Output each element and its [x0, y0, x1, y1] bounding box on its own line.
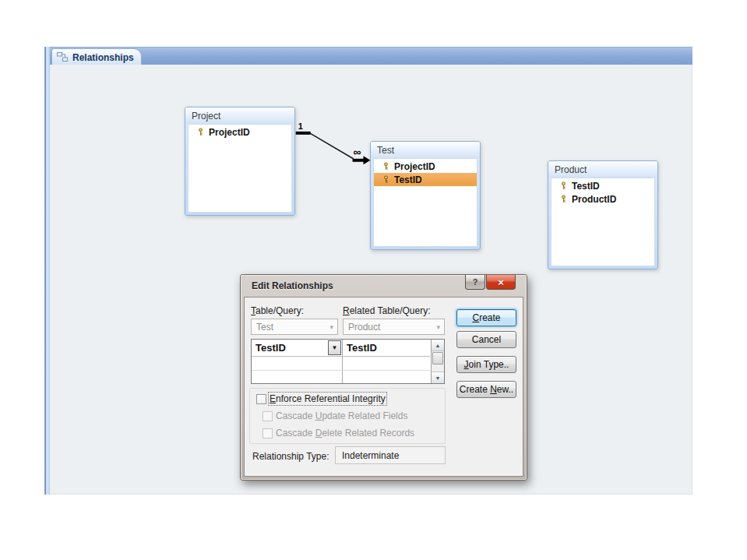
- create-new-button[interactable]: Create New..: [456, 381, 516, 398]
- enforce-referential-integrity-row: Enforce Referential Integrity: [256, 393, 386, 404]
- close-icon: ×: [498, 276, 504, 288]
- help-icon: ?: [473, 277, 478, 287]
- field-pair-grid: TestID ▼ TestID ▲: [251, 339, 445, 384]
- field-name: ProjectID: [394, 161, 435, 172]
- related-table-query-value: Product: [348, 322, 380, 333]
- table-query-value: Test: [256, 322, 273, 333]
- cascade-delete-checkbox: [263, 428, 273, 438]
- table-title: Project: [192, 111, 220, 122]
- field-row-productid[interactable]: ProductID: [551, 192, 654, 206]
- referential-integrity-group: Enforce Referential Integrity Cascade Up…: [249, 388, 446, 444]
- close-button[interactable]: ×: [486, 275, 516, 290]
- primary-key-icon: [559, 195, 568, 203]
- table-test-header[interactable]: Test: [371, 142, 480, 158]
- chevron-down-icon: ▾: [436, 323, 440, 331]
- dialog-title-bar[interactable]: Edit Relationships ? ×: [241, 275, 527, 297]
- document-tab-bar: Relationships: [50, 47, 692, 65]
- grid-cell-left-field[interactable]: TestID ▼: [252, 340, 342, 356]
- grid-row-3[interactable]: [252, 372, 430, 385]
- primary-key-icon: [382, 162, 390, 171]
- field-name: ProductID: [572, 194, 616, 205]
- scroll-up-icon: ▲: [435, 343, 441, 348]
- related-table-query-label: Related Table/Query:: [343, 305, 431, 316]
- chevron-down-icon: ▾: [329, 323, 333, 331]
- page: Relationships 1 ∞ Project: [0, 0, 747, 560]
- one-side-label: 1: [298, 122, 303, 131]
- enforce-referential-integrity-label[interactable]: Enforce Referential Integrity: [270, 393, 386, 404]
- scroll-down-button[interactable]: ▼: [432, 372, 444, 383]
- field-row-testid[interactable]: TestID: [551, 179, 654, 192]
- dropdown-arrow-icon: ▼: [332, 344, 338, 351]
- edit-relationships-dialog: Edit Relationships ? × Table/Query: Rela…: [240, 274, 527, 481]
- cascade-update-checkbox: [263, 411, 273, 421]
- scroll-up-button[interactable]: ▲: [432, 340, 444, 351]
- left-field-value: TestID: [255, 342, 286, 354]
- tab-label: Relationships: [72, 52, 134, 63]
- scrollbar-thumb[interactable]: [432, 352, 443, 365]
- table-test-fields: ProjectID TestID: [373, 158, 477, 247]
- table-product-header[interactable]: Product: [548, 161, 657, 178]
- create-button[interactable]: Create: [456, 309, 516, 326]
- many-side-label: ∞: [354, 146, 361, 158]
- grid-row-1: TestID ▼ TestID: [252, 340, 430, 357]
- table-project-fields: ProjectID: [188, 124, 292, 213]
- grid-row-2[interactable]: [252, 357, 430, 371]
- table-project-header[interactable]: Project: [185, 107, 294, 124]
- grid-scrollbar[interactable]: ▲ ▼: [431, 340, 444, 383]
- table-title: Product: [555, 164, 587, 175]
- dialog-body: Table/Query: Related Table/Query: Test ▾…: [244, 297, 523, 477]
- table-product[interactable]: Product TestID: [548, 160, 658, 269]
- relationships-diagram-icon: [57, 51, 68, 65]
- dialog-title: Edit Relationships: [252, 280, 333, 291]
- field-row-testid-selected[interactable]: TestID: [374, 173, 477, 186]
- primary-key-icon: [382, 175, 390, 184]
- enforce-referential-integrity-checkbox[interactable]: [256, 394, 266, 404]
- field-name: ProjectID: [209, 127, 250, 138]
- right-field-value: TestID: [347, 342, 377, 354]
- cascade-update-label: Cascade Update Related Fields: [276, 410, 407, 421]
- relationship-type-value: Indeterminate: [335, 446, 446, 464]
- field-name: TestID: [394, 174, 422, 185]
- cancel-button[interactable]: Cancel: [456, 331, 516, 348]
- relationship-type-label: Relationship Type:: [252, 451, 329, 462]
- field-row-projectid[interactable]: ProjectID: [374, 160, 477, 173]
- field-dropdown-button[interactable]: ▼: [328, 340, 341, 355]
- field-row-projectid[interactable]: ProjectID: [189, 125, 291, 139]
- join-type-button[interactable]: Join Type..: [456, 356, 516, 373]
- navigation-pane-edge[interactable]: [44, 47, 50, 495]
- table-product-fields: TestID ProductID: [551, 178, 655, 266]
- cascade-delete-row: Cascade Delete Related Records: [263, 428, 414, 438]
- primary-key-icon: [559, 181, 568, 190]
- scroll-down-icon: ▼: [435, 375, 441, 381]
- grid-cell-right-field[interactable]: TestID: [343, 340, 430, 356]
- table-project[interactable]: Project ProjectID: [185, 107, 295, 216]
- help-button[interactable]: ?: [465, 275, 485, 290]
- table-title: Test: [377, 145, 394, 156]
- related-table-query-combo: Product ▾: [343, 319, 445, 335]
- primary-key-icon: [196, 128, 205, 136]
- cascade-delete-label: Cascade Delete Related Records: [276, 428, 414, 438]
- cascade-update-row: Cascade Update Related Fields: [263, 410, 407, 421]
- tab-relationships[interactable]: Relationships: [51, 48, 142, 65]
- field-name: TestID: [572, 181, 600, 192]
- table-query-label: Table/Query:: [251, 305, 304, 316]
- caption-buttons: ? ×: [465, 275, 516, 290]
- table-test[interactable]: Test ProjectID: [370, 141, 481, 250]
- table-query-combo: Test ▾: [251, 319, 338, 335]
